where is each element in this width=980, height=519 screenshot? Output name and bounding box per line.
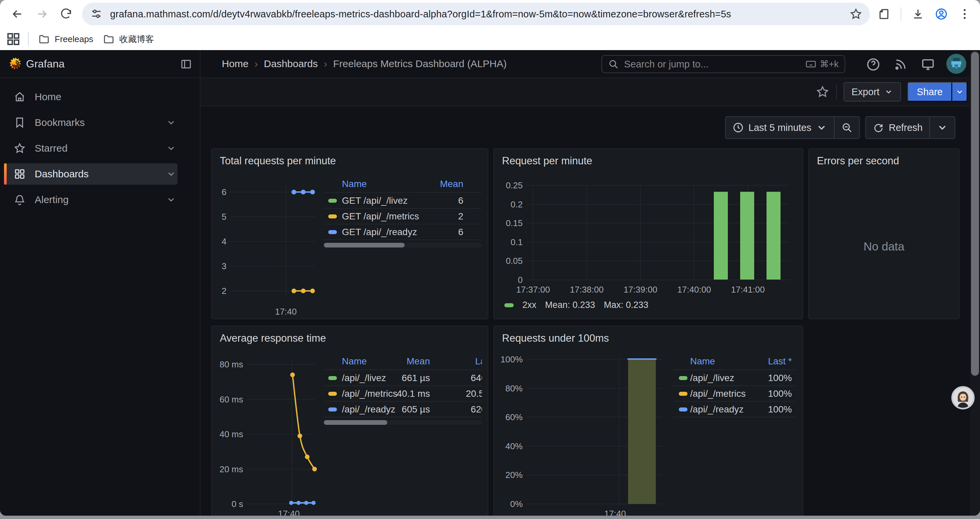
chevron-down-icon[interactable]: [166, 195, 176, 205]
share-button[interactable]: Share: [908, 82, 952, 102]
search-box[interactable]: ⌘+k: [601, 55, 845, 73]
legend-row[interactable]: /api/_/metrics40.1 ms20.5 ms: [323, 386, 482, 401]
legend-header[interactable]: Mean: [407, 354, 430, 369]
assistant-avatar[interactable]: [951, 386, 975, 409]
home-icon: [13, 91, 26, 103]
svg-text:17:40:00: 17:40:00: [677, 284, 711, 295]
help-icon[interactable]: [866, 57, 881, 72]
monitor-icon[interactable]: [921, 57, 935, 72]
refresh-group: Refresh: [865, 116, 955, 139]
legend-scrollbar[interactable]: [323, 420, 482, 425]
search-shortcut: ⌘+k: [805, 58, 838, 70]
news-rss-icon[interactable]: [893, 57, 908, 72]
url-bar[interactable]: grafana.mathmast.com/d/deytv4rwavabkb/fr…: [82, 3, 870, 26]
legend-header[interactable]: Last *: [475, 354, 482, 369]
svg-text:0.1: 0.1: [511, 237, 523, 247]
legend[interactable]: 2xx Mean: 0.233 Max: 0.233: [504, 300, 648, 310]
breadcrumb-item[interactable]: Dashboards: [264, 58, 318, 69]
chevron-down-icon: [937, 122, 948, 133]
star-icon: [13, 142, 26, 155]
series-swatch: [328, 407, 337, 412]
sidebar-item-alerting[interactable]: Alerting: [4, 189, 177, 211]
legend-header[interactable]: Last *: [768, 354, 792, 369]
sidebar-item-starred[interactable]: Starred: [4, 137, 177, 159]
legend-scrollbar-thumb[interactable]: [324, 420, 387, 425]
legend-row[interactable]: GET /api/_/livez6: [323, 193, 482, 208]
legend-row[interactable]: /api/_/readyz100%: [673, 401, 796, 417]
sidebar-item-bookmarks[interactable]: Bookmarks: [4, 112, 177, 133]
folder-icon: [103, 33, 115, 45]
panel-average-response-time[interactable]: Average response time 80 ms60 ms40 ms20 …: [211, 326, 488, 516]
menu-icon[interactable]: [955, 5, 974, 23]
legend-row[interactable]: /api/_/livez661 µs646 µs: [323, 370, 482, 386]
sidebar-item-label: Home: [35, 91, 177, 102]
chevron-down-icon[interactable]: [166, 143, 176, 153]
back-icon[interactable]: [8, 5, 27, 23]
folder-icon: [38, 33, 50, 45]
time-range-picker[interactable]: Last 5 minutes: [726, 117, 834, 138]
legend-scrollbar[interactable]: [323, 243, 482, 248]
zoom-out-button[interactable]: [835, 117, 859, 138]
sidebar-item-dashboards[interactable]: Dashboards: [4, 163, 177, 185]
site-settings-icon[interactable]: [90, 8, 103, 21]
export-button[interactable]: Export: [843, 82, 901, 102]
browser-chrome: grafana.mathmast.com/d/deytv4rwavabkb/fr…: [0, 0, 980, 50]
panel-title[interactable]: Errors per second: [817, 155, 899, 167]
chevron-down-icon: [884, 88, 893, 96]
reload-icon[interactable]: [57, 5, 75, 23]
legend-max: Max: 0.233: [604, 300, 648, 310]
svg-text:6: 6: [222, 187, 226, 197]
breadcrumb: Home›Dashboards›Freeleaps Metrics Dashbo…: [222, 50, 507, 77]
chevron-down-icon[interactable]: [166, 118, 176, 128]
scrollbar-thumb[interactable]: [971, 52, 979, 376]
legend-table: NameMeanGET /api/_/livez6GET /api/_/metr…: [323, 176, 482, 251]
panel-total-requests[interactable]: Total requests per minute 6543217:40 Nam…: [211, 148, 488, 319]
legend-row[interactable]: GET /api/_/metrics2: [323, 208, 482, 224]
legend-header[interactable]: Name: [690, 354, 715, 369]
bookmark-star-icon[interactable]: [849, 7, 862, 21]
svg-text:0.15: 0.15: [506, 218, 523, 228]
svg-text:17:37:00: 17:37:00: [516, 284, 550, 295]
forward-icon[interactable]: [33, 5, 51, 23]
legend-row[interactable]: /api/_/readyz605 µs620 µs: [323, 401, 482, 417]
svg-text:80 ms: 80 ms: [220, 359, 243, 369]
legend-scrollbar-thumb[interactable]: [324, 243, 405, 248]
favorite-star-icon[interactable]: [816, 85, 830, 99]
series-swatch: [328, 376, 337, 380]
chevron-down-icon[interactable]: [166, 169, 176, 179]
svg-text:0.05: 0.05: [506, 256, 523, 266]
legend-header[interactable]: Name: [342, 176, 367, 192]
legend-header[interactable]: Mean: [440, 176, 463, 192]
url-text[interactable]: grafana.mathmast.com/d/deytv4rwavabkb/fr…: [110, 9, 849, 20]
svg-text:0: 0: [518, 275, 523, 285]
bookmark-item[interactable]: 收藏博客: [103, 33, 154, 45]
page-scrollbar[interactable]: [970, 50, 980, 516]
profile-icon[interactable]: [932, 5, 951, 23]
series-swatch: [328, 230, 337, 234]
apps-grid-icon[interactable]: [5, 31, 21, 47]
share-menu-button[interactable]: [952, 82, 967, 102]
refresh-button[interactable]: Refresh: [866, 117, 929, 138]
user-avatar[interactable]: [946, 54, 966, 74]
search-input[interactable]: [624, 59, 805, 70]
extension-icon[interactable]: [875, 5, 893, 23]
svg-text:4: 4: [222, 236, 226, 246]
refresh-interval-button[interactable]: [930, 117, 955, 138]
panel-errors-per-second[interactable]: Errors per second No data: [808, 148, 960, 319]
panel-request-per-minute[interactable]: Request per minute 0.250.20.150.10.05017…: [493, 148, 803, 319]
bookmark-item[interactable]: Freeleaps: [38, 33, 94, 45]
breadcrumb-item[interactable]: Freeleaps Metrics Dashboard (ALPHA): [333, 58, 507, 69]
legend-row[interactable]: /api/_/metrics100%: [673, 386, 796, 401]
grafana-logo: [8, 56, 23, 72]
zoom-out-icon: [841, 122, 853, 133]
panel-requests-under-100ms[interactable]: Requests under 100ms 100%80%60%40%20%0%1…: [493, 326, 803, 516]
legend-row[interactable]: /api/_/livez100%: [673, 370, 796, 386]
legend-header[interactable]: Name: [342, 354, 367, 369]
legend-row[interactable]: GET /api/_/readyz6: [323, 224, 482, 240]
legend-table: NameLast */api/_/livez100%/api/_/metrics…: [673, 353, 796, 428]
search-icon: [608, 59, 619, 69]
downloads-icon[interactable]: [908, 5, 927, 23]
sidebar-item-home[interactable]: Home: [4, 86, 177, 107]
dock-sidebar-icon[interactable]: [180, 58, 192, 70]
breadcrumb-item[interactable]: Home: [222, 58, 248, 69]
